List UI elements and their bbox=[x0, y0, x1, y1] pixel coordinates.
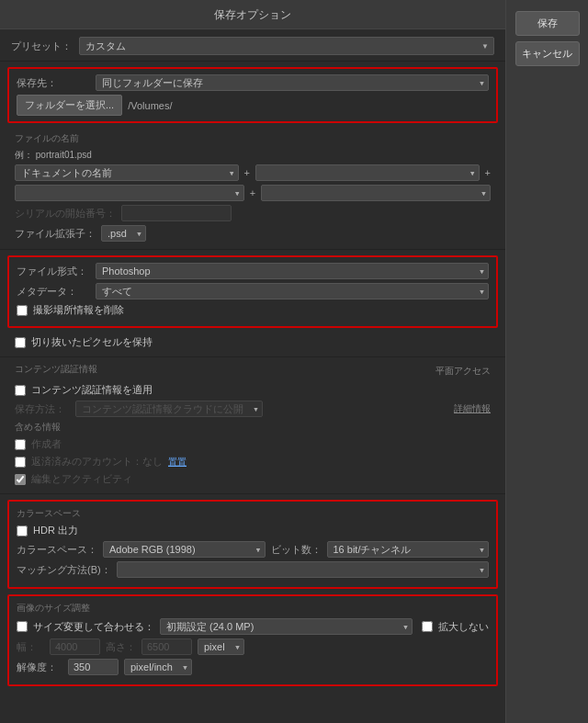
matching-label: マッチング方法(B)： bbox=[17, 563, 111, 577]
bitdepth-label: ビット数： bbox=[271, 543, 322, 557]
hdr-label: HDR 出力 bbox=[33, 524, 78, 537]
colorspace-select[interactable]: Adobe RGB (1998) bbox=[103, 541, 266, 558]
location-checkbox[interactable] bbox=[17, 305, 28, 316]
resolution-label: 解像度： bbox=[17, 661, 62, 674]
dialog-title: 保存オプション bbox=[214, 8, 291, 21]
filename-section: ファイルの名前 例： portrait01.psd ドキュメントの名前 ▼ + bbox=[0, 127, 505, 250]
resolution-input[interactable] bbox=[68, 659, 119, 675]
filename-select1[interactable]: ドキュメントの名前 bbox=[15, 164, 239, 181]
filename-row2: ▼ + ▼ bbox=[15, 185, 491, 201]
dimension-unit-select[interactable]: pixel bbox=[198, 638, 244, 655]
colorspace-row: カラースペース： Adobe RGB (1998) ▼ ビット数： 16 bit… bbox=[17, 541, 489, 558]
crop-pixels-row: 切り抜いたピクセルを保持 bbox=[15, 335, 491, 349]
save-dest-row: 保存先： 同じフォルダーに保存 ▼ bbox=[17, 74, 489, 91]
file-format-row: ファイル形式： Photoshop ▼ bbox=[17, 263, 489, 279]
edit-activity-label: 編集とアクティビティ bbox=[31, 472, 132, 486]
folder-select-button[interactable]: フォルダーを選択... bbox=[17, 95, 122, 116]
sidebar: 保存 キャンセル bbox=[505, 0, 588, 723]
extension-label: ファイル拡張子： bbox=[15, 227, 96, 241]
detail-link[interactable]: 詳細情報 bbox=[454, 402, 491, 415]
no-enlarge-checkbox[interactable] bbox=[422, 621, 433, 632]
matching-select[interactable] bbox=[117, 561, 489, 578]
serial-label: シリアルの開始番号： bbox=[15, 207, 116, 220]
file-format-select[interactable]: Photoshop bbox=[96, 263, 489, 279]
hdr-row: HDR 出力 bbox=[17, 524, 489, 537]
apply-credentials-label: コンテンツ認証情報を適用 bbox=[31, 383, 153, 397]
edit-activity-row: 編集とアクティビティ bbox=[15, 472, 491, 486]
filename-example: 例： portrait01.psd bbox=[15, 149, 491, 162]
no-enlarge-label: 拡大しない bbox=[438, 620, 489, 634]
height-input[interactable] bbox=[141, 638, 192, 655]
apply-credentials-row: コンテンツ認証情報を適用 bbox=[15, 383, 491, 397]
crop-pixels-checkbox[interactable] bbox=[15, 337, 26, 348]
metadata-row: メタデータ： すべて ▼ bbox=[17, 283, 489, 299]
resize-row: サイズ変更して合わせる： 初期設定 (24.0 MP) ▼ 拡大しない bbox=[17, 618, 489, 635]
account-label: 返済済みのアカウント：なし bbox=[31, 455, 163, 469]
crop-pixels-label: 切り抜いたピクセルを保持 bbox=[31, 335, 153, 349]
content-credentials-title: コンテンツ認証情報 bbox=[15, 363, 97, 376]
filename-section-title: ファイルの名前 bbox=[15, 132, 491, 145]
save-dest-section: 保存先： 同じフォルダーに保存 ▼ フォルダーを選択... /Volumes/ bbox=[7, 67, 498, 123]
serial-row: シリアルの開始番号： bbox=[15, 205, 491, 221]
filename-row1: ドキュメントの名前 ▼ + ▼ + bbox=[15, 164, 491, 181]
author-row: 作成者 bbox=[15, 437, 491, 451]
cancel-button[interactable]: キャンセル bbox=[515, 41, 580, 66]
extension-row: ファイル拡張子： .psd ▼ bbox=[15, 225, 491, 242]
resize-checkbox[interactable] bbox=[17, 621, 28, 632]
image-resize-title: 画像のサイズ調整 bbox=[17, 602, 489, 615]
preset-label: プリセット： bbox=[11, 40, 72, 53]
plus-icon-2: + bbox=[485, 167, 491, 178]
folder-path: /Volumes/ bbox=[128, 100, 172, 111]
resize-select[interactable]: 初期設定 (24.0 MP) bbox=[160, 618, 413, 635]
metadata-label: メタデータ： bbox=[17, 285, 90, 299]
resize-label: サイズ変更して合わせる： bbox=[33, 620, 154, 634]
metadata-select[interactable]: すべて bbox=[96, 283, 489, 299]
title-bar: 保存オプション bbox=[0, 0, 505, 29]
colorspace-label: カラースペース： bbox=[17, 543, 97, 557]
save-dest-select[interactable]: 同じフォルダーに保存 bbox=[96, 74, 489, 91]
scroll-area[interactable]: 保存先： 同じフォルダーに保存 ▼ フォルダーを選択... /Volumes/ … bbox=[0, 62, 505, 723]
image-resize-section: 画像のサイズ調整 サイズ変更して合わせる： 初期設定 (24.0 MP) ▼ 拡… bbox=[7, 594, 498, 686]
author-label: 作成者 bbox=[31, 437, 62, 451]
content-credentials-section: コンテンツ認証情報 平面アクセス コンテンツ認証情報を適用 保存方法： コンテン… bbox=[0, 357, 505, 494]
filename-select3[interactable] bbox=[15, 185, 244, 201]
account-row: 返済済みのアカウント：なし 置置 bbox=[15, 455, 491, 469]
dimensions-row: 幅： 高さ： pixel ▼ bbox=[17, 638, 489, 655]
height-label: 高さ： bbox=[106, 640, 136, 654]
serial-input[interactable] bbox=[121, 205, 232, 221]
save-dest-label: 保存先： bbox=[17, 76, 90, 90]
folder-row: フォルダーを選択... /Volumes/ bbox=[17, 95, 489, 116]
matching-row: マッチング方法(B)： ▼ bbox=[17, 561, 489, 578]
plus-icon-1: + bbox=[244, 167, 250, 178]
crop-pixels-section: 切り抜いたピクセルを保持 bbox=[0, 332, 505, 357]
hdr-checkbox[interactable] bbox=[17, 525, 28, 537]
filename-select2[interactable] bbox=[255, 164, 480, 181]
save-method-label: 保存方法： bbox=[15, 402, 70, 416]
apply-credentials-checkbox[interactable] bbox=[15, 385, 26, 396]
preset-row: プリセット： カスタム bbox=[0, 29, 505, 62]
preset-select[interactable]: カスタム bbox=[79, 37, 494, 55]
edit-activity-checkbox[interactable] bbox=[15, 474, 26, 485]
include-info-section: 含める情報 作成者 返済済みのアカウント：なし 置置 編集とアクティビティ bbox=[15, 421, 491, 486]
bitdepth-select[interactable]: 16 bit/チャンネル bbox=[327, 541, 490, 558]
account-checkbox[interactable] bbox=[15, 457, 26, 468]
flat-access-text: 平面アクセス bbox=[435, 365, 491, 378]
location-label: 撮影場所情報を削除 bbox=[33, 303, 124, 317]
save-method-row: 保存方法： コンテンツ認証情報クラウドに公開 ▼ 詳細情報 bbox=[15, 401, 491, 417]
file-format-section: ファイル形式： Photoshop ▼ メタデータ： すべて ▼ bbox=[7, 255, 498, 328]
plus-icon-3: + bbox=[250, 187, 255, 198]
include-info-label: 含める情報 bbox=[15, 421, 491, 434]
save-method-select[interactable]: コンテンツ認証情報クラウドに公開 bbox=[75, 401, 263, 417]
resolution-unit-select[interactable]: pixel/inch bbox=[124, 659, 192, 675]
save-button[interactable]: 保存 bbox=[515, 11, 580, 36]
author-checkbox[interactable] bbox=[15, 439, 26, 450]
color-space-title: カラースペース bbox=[17, 507, 489, 520]
color-space-section: カラースペース HDR 出力 カラースペース： Adobe RGB (1998)… bbox=[7, 500, 498, 589]
extension-select[interactable]: .psd bbox=[101, 225, 146, 242]
width-label: 幅： bbox=[17, 640, 44, 654]
width-input[interactable] bbox=[50, 638, 100, 655]
account-link[interactable]: 置置 bbox=[168, 456, 187, 469]
filename-select4[interactable] bbox=[261, 185, 491, 201]
file-format-label: ファイル形式： bbox=[17, 265, 90, 278]
resolution-row: 解像度： pixel/inch ▼ bbox=[17, 659, 489, 675]
